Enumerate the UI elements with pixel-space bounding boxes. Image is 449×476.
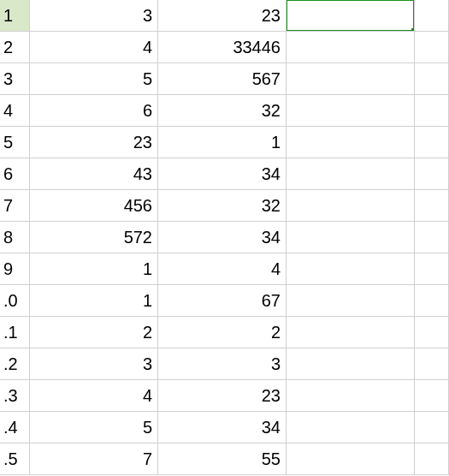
cell-D9[interactable] xyxy=(287,253,415,285)
cell-C9[interactable]: 4 xyxy=(158,253,287,285)
cell-C14[interactable]: 34 xyxy=(158,412,287,443)
cell-C10[interactable]: 67 xyxy=(158,285,287,317)
cell-B12[interactable]: 3 xyxy=(30,348,158,380)
cell-A7[interactable]: 7 xyxy=(0,190,30,222)
cell-D13[interactable] xyxy=(287,380,415,412)
cell-C6[interactable]: 34 xyxy=(158,158,287,190)
cell-D5[interactable] xyxy=(287,127,415,158)
cell-D2[interactable] xyxy=(287,32,415,63)
cell-D1[interactable] xyxy=(287,0,415,32)
cell-A5[interactable]: 5 xyxy=(0,127,30,158)
cell-A2[interactable]: 2 xyxy=(0,32,30,63)
cell-B13[interactable]: 4 xyxy=(30,380,158,412)
cell-D4[interactable] xyxy=(287,95,415,127)
cell-E10[interactable] xyxy=(415,285,449,317)
cell-E11[interactable] xyxy=(415,317,449,348)
cell-B7[interactable]: 456 xyxy=(30,190,158,222)
cell-B6[interactable]: 43 xyxy=(30,158,158,190)
cell-E12[interactable] xyxy=(415,348,449,380)
cell-D6[interactable] xyxy=(287,158,415,190)
cell-E13[interactable] xyxy=(415,380,449,412)
cell-C1[interactable]: 23 xyxy=(158,0,287,32)
cell-A10[interactable]: .0 xyxy=(0,285,30,317)
cell-D12[interactable] xyxy=(287,348,415,380)
cell-B3[interactable]: 5 xyxy=(30,63,158,95)
cell-E15[interactable] xyxy=(415,443,449,475)
cell-B8[interactable]: 572 xyxy=(30,222,158,253)
cell-B4[interactable]: 6 xyxy=(30,95,158,127)
cell-E1[interactable] xyxy=(415,0,449,32)
cell-D10[interactable] xyxy=(287,285,415,317)
cell-C5[interactable]: 1 xyxy=(158,127,287,158)
cell-D11[interactable] xyxy=(287,317,415,348)
cell-C13[interactable]: 23 xyxy=(158,380,287,412)
cell-A11[interactable]: .1 xyxy=(0,317,30,348)
cell-A9[interactable]: 9 xyxy=(0,253,30,285)
cell-D8[interactable] xyxy=(287,222,415,253)
cell-D7[interactable] xyxy=(287,190,415,222)
cell-C12[interactable]: 3 xyxy=(158,348,287,380)
cell-B5[interactable]: 23 xyxy=(30,127,158,158)
cell-A8[interactable]: 8 xyxy=(0,222,30,253)
cell-C7[interactable]: 32 xyxy=(158,190,287,222)
cell-E2[interactable] xyxy=(415,32,449,63)
cell-B11[interactable]: 2 xyxy=(30,317,158,348)
cell-A13[interactable]: .3 xyxy=(0,380,30,412)
cell-A4[interactable]: 4 xyxy=(0,95,30,127)
cell-A15[interactable]: .5 xyxy=(0,443,30,475)
cell-B14[interactable]: 5 xyxy=(30,412,158,443)
cell-A14[interactable]: .4 xyxy=(0,412,30,443)
cell-D14[interactable] xyxy=(287,412,415,443)
cell-B15[interactable]: 7 xyxy=(30,443,158,475)
cell-E7[interactable] xyxy=(415,190,449,222)
cell-B1[interactable]: 3 xyxy=(30,0,158,32)
cell-C4[interactable]: 32 xyxy=(158,95,287,127)
cell-E3[interactable] xyxy=(415,63,449,95)
cell-E8[interactable] xyxy=(415,222,449,253)
cell-C2[interactable]: 33446 xyxy=(158,32,287,63)
cell-A3[interactable]: 3 xyxy=(0,63,30,95)
cell-E4[interactable] xyxy=(415,95,449,127)
cell-D3[interactable] xyxy=(287,63,415,95)
cell-C15[interactable]: 55 xyxy=(158,443,287,475)
cell-B2[interactable]: 4 xyxy=(30,32,158,63)
cell-C3[interactable]: 567 xyxy=(158,63,287,95)
cell-E6[interactable] xyxy=(415,158,449,190)
cell-D15[interactable] xyxy=(287,443,415,475)
cell-C8[interactable]: 34 xyxy=(158,222,287,253)
spreadsheet-grid[interactable]: 1 3 23 2 4 33446 3 5 567 4 6 32 5 23 1 6… xyxy=(0,0,449,475)
cell-A6[interactable]: 6 xyxy=(0,158,30,190)
cell-A1[interactable]: 1 xyxy=(0,0,30,32)
cell-A12[interactable]: .2 xyxy=(0,348,30,380)
cell-E9[interactable] xyxy=(415,253,449,285)
cell-B9[interactable]: 1 xyxy=(30,253,158,285)
cell-E5[interactable] xyxy=(415,127,449,158)
cell-C11[interactable]: 2 xyxy=(158,317,287,348)
cell-E14[interactable] xyxy=(415,412,449,443)
cell-B10[interactable]: 1 xyxy=(30,285,158,317)
